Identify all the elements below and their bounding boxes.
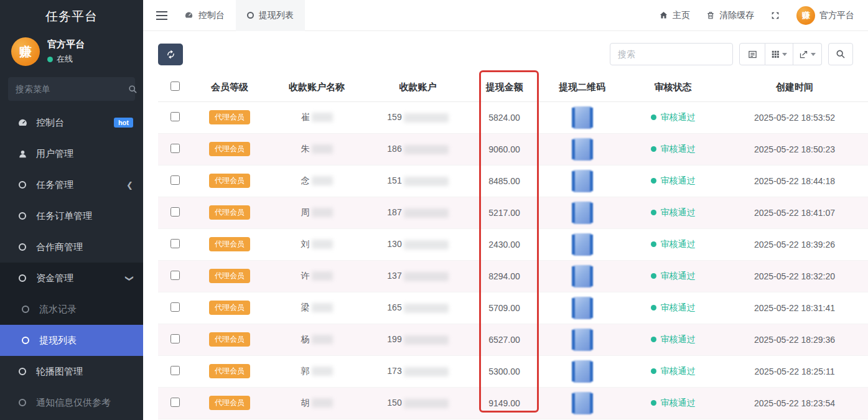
- row-checkbox[interactable]: [170, 175, 180, 185]
- redacted-account-blur: [404, 367, 449, 376]
- dashboard-icon: [184, 11, 194, 20]
- audit-status-label: 审核通过: [661, 398, 696, 409]
- circle-icon: [20, 306, 31, 313]
- row-checkbox[interactable]: [170, 207, 180, 217]
- tab-withdraw-list[interactable]: 提现列表: [236, 0, 305, 31]
- clear-cache-label: 清除缓存: [719, 10, 754, 21]
- created-at: 2025-05-22 18:44:18: [721, 165, 868, 197]
- sidebar-item-label: 合作商管理: [36, 241, 83, 253]
- row-checkbox[interactable]: [170, 239, 180, 248]
- clear-cache-button[interactable]: 清除缓存: [706, 10, 754, 21]
- status-dot-icon: [651, 368, 656, 374]
- search-submit-button[interactable]: [828, 43, 853, 65]
- search-icon[interactable]: [128, 85, 138, 94]
- row-checkbox[interactable]: [170, 271, 180, 280]
- payee-name: 崔: [301, 112, 310, 122]
- qr-code-thumbnail[interactable]: [573, 233, 592, 256]
- sidebar-menu: 控制台 hot 用户管理 任务管理 ❮ 任务订单管理 合作商管理 资金管理 ❯ …: [0, 107, 143, 418]
- row-checkbox[interactable]: [170, 334, 180, 343]
- tab-dashboard[interactable]: 控制台: [173, 0, 236, 31]
- row-checkbox[interactable]: [170, 112, 180, 121]
- export-button[interactable]: [793, 43, 822, 65]
- profile-status: 在线: [47, 54, 85, 65]
- redacted-account-blur: [404, 304, 449, 313]
- home-button[interactable]: 主页: [659, 10, 690, 21]
- table-row: 代理会员 刘 130 2430.00 审核通过 2025-05-22 18:39…: [158, 228, 868, 260]
- sidebar-item-6[interactable]: 流水记录: [0, 294, 143, 325]
- payee-account: 187: [387, 207, 401, 217]
- qr-code-thumbnail[interactable]: [573, 170, 592, 192]
- table-row: 代理会员 杨 199 6527.00 审核通过 2025-05-22 18:29…: [158, 324, 868, 355]
- header-amount: 提现金额: [469, 73, 539, 101]
- sidebar-item-4[interactable]: 合作商管理: [0, 231, 143, 263]
- select-all-checkbox[interactable]: [170, 82, 180, 91]
- redacted-account-blur: [404, 399, 449, 408]
- status-dot-icon: [651, 400, 656, 406]
- redacted-account-blur: [404, 272, 449, 281]
- table-row: 代理会员 郭 173 5300.00 审核通过 2025-05-22 18:25…: [158, 355, 868, 387]
- sidebar-item-8[interactable]: 轮播图管理: [0, 356, 143, 387]
- header-qr-code: 提现二维码: [539, 73, 625, 101]
- table-row: 代理会员 许 137 8294.00 审核通过 2025-05-22 18:32…: [158, 260, 868, 292]
- sidebar-item-label: 流水记录: [39, 304, 77, 315]
- qr-code-thumbnail[interactable]: [573, 106, 592, 129]
- circle-icon: [17, 181, 28, 189]
- redacted-name-blur: [312, 113, 333, 122]
- created-at: 2025-05-22 18:23:54: [721, 387, 868, 419]
- qr-code-thumbnail[interactable]: [573, 297, 592, 319]
- refresh-button[interactable]: [158, 44, 183, 65]
- circle-icon: [17, 274, 28, 282]
- sidebar-item-label: 轮播图管理: [36, 366, 83, 378]
- sidebar-item-label: 控制台: [36, 117, 64, 129]
- topbar: 控制台 提现列表 主页 清除缓存: [143, 0, 868, 31]
- sidebar-item-5[interactable]: 资金管理 ❯: [0, 263, 143, 294]
- qr-code-thumbnail[interactable]: [573, 360, 592, 383]
- qr-code-thumbnail[interactable]: [573, 138, 592, 161]
- sidebar-search-input[interactable]: [16, 84, 128, 94]
- redacted-name-blur: [312, 208, 333, 217]
- qr-code-thumbnail[interactable]: [573, 265, 592, 287]
- redacted-name-blur: [312, 398, 333, 408]
- row-checkbox[interactable]: [170, 366, 180, 375]
- member-level-badge: 代理会员: [209, 396, 250, 410]
- audit-status-label: 审核通过: [661, 175, 696, 187]
- audit-status: 审核通过: [625, 112, 721, 123]
- sidebar-item-label: 任务订单管理: [36, 210, 92, 222]
- withdraw-amount: 5824.00: [469, 101, 539, 133]
- row-checkbox[interactable]: [170, 302, 180, 312]
- profile-menu[interactable]: 赚 官方平台: [796, 6, 854, 25]
- status-dot-icon: [651, 146, 656, 152]
- table-header-row: 会员等级 收款账户名称 收款账户 提现金额 提现二维码 审核状态 创建时间: [158, 73, 868, 101]
- sidebar-toggle-button[interactable]: [151, 0, 173, 31]
- columns-button[interactable]: [765, 43, 793, 65]
- qr-code-thumbnail[interactable]: [573, 392, 592, 414]
- member-level-badge: 代理会员: [209, 110, 250, 124]
- qr-code-thumbnail[interactable]: [573, 202, 592, 224]
- table-row: 代理会员 胡 150 9149.00 审核通过 2025-05-22 18:23…: [158, 387, 868, 419]
- sidebar-item-0[interactable]: 控制台 hot: [0, 107, 143, 138]
- qr-code-thumbnail[interactable]: [573, 329, 592, 351]
- audit-status: 审核通过: [625, 302, 721, 314]
- sidebar-item-9[interactable]: 通知信息仅供参考: [0, 387, 143, 418]
- redacted-name-blur: [312, 271, 333, 281]
- sidebar-item-3[interactable]: 任务订单管理: [0, 200, 143, 231]
- created-at: 2025-05-22 18:50:23: [721, 133, 868, 165]
- detail-view-button[interactable]: [739, 43, 765, 65]
- fullscreen-button[interactable]: [770, 11, 780, 21]
- member-level-badge: 代理会员: [209, 237, 250, 251]
- audit-status: 审核通过: [625, 334, 721, 345]
- table-search-input[interactable]: [610, 43, 733, 65]
- sidebar-item-1[interactable]: 用户管理: [0, 138, 143, 169]
- sidebar-item-2[interactable]: 任务管理 ❮: [0, 169, 143, 200]
- table-row: 代理会员 周 187 5217.00 审核通过 2025-05-22 18:41…: [158, 197, 868, 228]
- row-checkbox[interactable]: [170, 144, 180, 153]
- redacted-name-blur: [312, 303, 333, 312]
- audit-status: 审核通过: [625, 144, 721, 155]
- redacted-account-blur: [404, 335, 449, 345]
- withdraw-amount: 9149.00: [469, 387, 539, 419]
- sidebar-item-7[interactable]: 提现列表: [0, 325, 143, 356]
- circle-icon: [247, 12, 254, 19]
- tab-dashboard-label: 控制台: [198, 10, 225, 21]
- payee-account: 150: [387, 398, 401, 408]
- row-checkbox[interactable]: [170, 398, 180, 407]
